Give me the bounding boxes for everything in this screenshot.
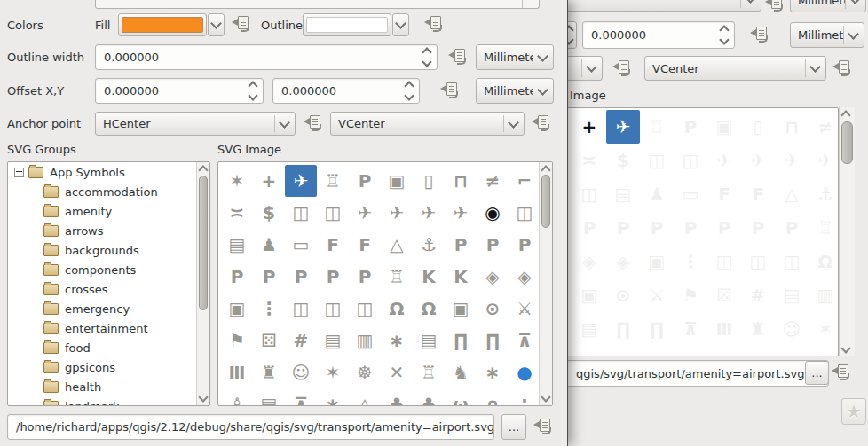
car-shelter-icon[interactable]: ♟ (640, 177, 674, 211)
parking-striped-icon[interactable]: P (349, 261, 381, 293)
film-strip-icon[interactable]: ▤ (775, 278, 809, 312)
airplane-icon[interactable]: ✈ (606, 110, 640, 144)
film-icon[interactable]: ▥ (809, 278, 839, 312)
width-field[interactable]: 0.000000 (582, 21, 735, 49)
spin-buttons[interactable] (714, 27, 734, 43)
data-defined-override-icon[interactable] (440, 82, 459, 98)
airplane-4-icon[interactable]: ✈ (445, 197, 477, 229)
airplane-3-icon[interactable]: ✈ (775, 144, 809, 177)
taxi-icon[interactable]: ▣ (640, 245, 674, 278)
scroll-up-icon[interactable] (541, 165, 550, 175)
map-pin-icon[interactable]: ● (707, 346, 741, 356)
theatre-masks-icon[interactable]: ☺ (775, 312, 809, 346)
offset-unit-combo[interactable]: Millimeter (476, 78, 554, 104)
fountain-2-icon[interactable]: ∗ (674, 346, 707, 356)
level-crossing-icon[interactable]: # (741, 278, 775, 312)
museum-icon[interactable]: ∏ (477, 325, 509, 356)
parking-car-icon[interactable]: P (606, 211, 640, 245)
data-defined-override-icon[interactable] (765, 0, 784, 12)
tree-item-landmark[interactable]: landmark (8, 396, 209, 406)
data-defined-override-icon[interactable] (424, 16, 443, 32)
tree-icon[interactable]: △ (349, 388, 381, 406)
crossed-planes-icon[interactable]: ≠ (477, 165, 509, 197)
tram-icon[interactable]: ◫ (775, 245, 809, 278)
trolleybus-icon[interactable]: ◫ (674, 144, 707, 177)
tree-item-gpsicons[interactable]: gpsicons (8, 357, 209, 377)
footbridge-icon[interactable]: ≍ (221, 197, 253, 229)
tree-item-components[interactable]: components (8, 260, 209, 279)
data-defined-override-icon[interactable] (832, 364, 850, 380)
tree-item-health[interactable]: health (8, 377, 209, 396)
gate-icon[interactable]: ⊓ (775, 110, 809, 144)
train-icon[interactable]: ◫ (707, 245, 741, 278)
film-icon[interactable]: ▥ (349, 325, 381, 356)
barrier-icon[interactable]: ⌐ (509, 165, 541, 197)
svg-path-field[interactable]: qgis/svg/transport/amenity=airport.svg (568, 360, 829, 387)
bollard-icon[interactable]: ▯ (741, 110, 775, 144)
bus-stop-icon[interactable]: ▤ (221, 229, 253, 261)
scroll-down-icon[interactable] (541, 392, 550, 402)
tree-item-app-symbols[interactable]: App Symbols (8, 162, 209, 182)
airplane-outline-icon[interactable]: ✈ (707, 144, 741, 177)
parking-paid-icon[interactable]: P (640, 211, 674, 245)
bus-stop-icon[interactable]: ▤ (606, 177, 640, 211)
summit-flag-icon[interactable]: ⚑ (221, 325, 253, 356)
tree-item-crosses[interactable]: crosses (8, 279, 209, 299)
anchor-h-combo[interactable]: HCenter (95, 112, 296, 136)
data-defined-override-icon[interactable] (532, 115, 550, 131)
data-defined-override-icon[interactable] (612, 60, 631, 76)
scatter-icon[interactable]: ∴ (509, 388, 541, 406)
scroll-down-icon[interactable] (840, 343, 850, 353)
crossed-rifles-icon[interactable]: ⚔ (509, 293, 541, 325)
graduation-icon[interactable]: ⊼ (809, 346, 839, 356)
parking-striped-icon[interactable]: P (775, 211, 809, 245)
outline-color-dropdown[interactable] (392, 13, 409, 36)
anchor-v-combo[interactable]: VCenter (644, 56, 826, 81)
art-palette-icon[interactable]: ⊙ (606, 278, 640, 312)
art-palette-icon[interactable]: ⊙ (477, 293, 509, 325)
toy-train-icon[interactable]: ♜ (741, 312, 775, 346)
compass-2-icon[interactable]: ◈ (606, 245, 640, 278)
fan-flower-icon[interactable]: ✶ (809, 312, 839, 346)
sparkle-icon[interactable]: ✶ (568, 110, 572, 144)
unit-combo-partial[interactable] (568, 0, 761, 12)
car-icon[interactable]: ▭ (674, 177, 707, 211)
bank-icon[interactable]: ∏ (445, 325, 477, 356)
tree-item-food[interactable]: food (8, 338, 209, 357)
spin-buttons[interactable] (399, 82, 419, 99)
lighthouse-icon[interactable]: △ (775, 177, 809, 211)
fuel-lpg-icon[interactable]: F (741, 177, 775, 211)
info-board-icon[interactable]: ▤ (253, 388, 285, 406)
dice-icon[interactable]: ⚄ (253, 325, 285, 356)
toy-train-icon[interactable]: ♜ (253, 356, 285, 388)
outline-width-unit-combo[interactable]: Millimeter (476, 44, 554, 70)
theatre-masks-icon[interactable]: ☺ (285, 356, 317, 388)
fountain-2-icon[interactable]: ∗ (477, 356, 509, 388)
crossed-rifles-icon[interactable]: ⚔ (640, 278, 674, 312)
tree-item-amenity[interactable]: amenity (8, 201, 209, 221)
crossed-planes-icon[interactable]: ≠ (809, 110, 839, 144)
car-shelter-icon[interactable]: ♟ (253, 229, 285, 261)
bollard-icon[interactable]: ▯ (413, 165, 445, 197)
footbridge-icon[interactable]: ≍ (572, 144, 606, 177)
traffic-signals-icon[interactable]: ⋮ (674, 245, 707, 278)
elephant-icon[interactable]: ♞ (445, 356, 477, 388)
data-defined-override-icon[interactable] (533, 419, 552, 434)
elephant-icon[interactable]: ♞ (640, 346, 674, 356)
data-defined-override-icon[interactable] (304, 115, 322, 131)
picture-frame-icon[interactable]: ▣ (572, 278, 606, 312)
parking-bicycle-icon[interactable]: P (477, 229, 509, 261)
info-board-icon[interactable]: ▤ (775, 346, 809, 356)
train-front-icon[interactable]: ◫ (317, 293, 349, 325)
tree-item-backgrounds[interactable]: backgrounds (8, 240, 209, 260)
taxi-icon[interactable]: ▣ (221, 293, 253, 325)
fan-flower-icon[interactable]: ✶ (317, 356, 349, 388)
parking-car-icon[interactable]: P (509, 229, 541, 261)
compass-icon[interactable]: ◈ (477, 261, 509, 293)
tram-icon[interactable]: ◫ (349, 293, 381, 325)
bank-icon[interactable]: ∏ (606, 312, 640, 346)
toll-booth-icon[interactable]: $ (253, 197, 285, 229)
vase-icon[interactable]: Ω (381, 293, 413, 325)
scroll-up-icon[interactable] (198, 165, 208, 175)
harbour-icon[interactable]: ♖ (381, 261, 413, 293)
